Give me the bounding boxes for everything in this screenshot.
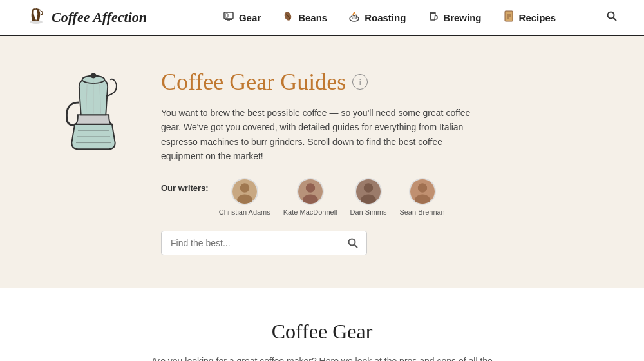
svg-point-11 [608, 12, 614, 18]
svg-point-0 [30, 20, 43, 24]
svg-point-14 [90, 73, 97, 79]
hero-description: You want to brew the best possible coffe… [161, 106, 483, 164]
section-description: Are you looking for a great coffee maker… [142, 354, 502, 361]
writers-row: Our writers: Christian Adams [161, 178, 592, 217]
nav-item-recipes[interactable]: Recipes [502, 10, 556, 26]
nav-item-gear[interactable]: Gear [222, 10, 261, 26]
writer-avatar-christian [231, 178, 258, 205]
main-nav: Coffee Affection Gear Beans [0, 0, 644, 36]
writer-sean-brennan: Sean Brennan [399, 178, 444, 217]
writer-name-kate: Kate MacDonnell [283, 208, 337, 217]
site-name: Coffee Affection [52, 9, 147, 26]
hero-content: Coffee Gear Guides i You want to brew th… [161, 68, 592, 255]
writer-name-sean: Sean Brennan [399, 208, 444, 217]
search-bar [161, 231, 367, 255]
writer-dan-simms: Dan Simms [350, 178, 387, 217]
search-icon[interactable] [605, 10, 618, 26]
recipes-nav-icon [502, 10, 515, 26]
writers-label: Our writers: [161, 183, 209, 193]
gear-nav-icon [222, 10, 235, 26]
svg-point-24 [417, 183, 426, 192]
svg-point-25 [415, 194, 430, 204]
svg-line-27 [355, 244, 358, 248]
writers-list: Christian Adams Kate MacDonnell [219, 178, 445, 217]
search-input[interactable] [162, 231, 339, 255]
nav-item-brewing[interactable]: Brewing [426, 10, 481, 26]
svg-point-19 [237, 194, 252, 204]
hero-section: Coffee Gear Guides i You want to brew th… [0, 36, 644, 288]
writer-avatar-dan [355, 178, 382, 205]
logo-icon [26, 5, 46, 30]
section-title: Coffee Gear [64, 320, 580, 344]
nav-item-beans[interactable]: Beans [281, 10, 327, 26]
svg-point-26 [349, 239, 355, 245]
lower-section: Coffee Gear Are you looking for a great … [0, 288, 644, 361]
info-icon[interactable]: i [352, 74, 368, 90]
writer-avatar-sean [409, 178, 436, 205]
svg-point-22 [364, 183, 373, 192]
site-logo[interactable]: Coffee Affection [26, 5, 147, 30]
svg-point-20 [305, 183, 314, 192]
search-button[interactable] [339, 232, 366, 254]
writer-name-christian: Christian Adams [219, 208, 270, 217]
writer-christian-adams: Christian Adams [219, 178, 270, 217]
writer-name-dan: Dan Simms [350, 208, 387, 217]
svg-point-23 [361, 194, 376, 204]
svg-point-18 [240, 183, 249, 192]
svg-line-12 [614, 17, 617, 21]
svg-rect-4 [225, 14, 228, 17]
beans-nav-icon [281, 10, 294, 26]
hero-title: Coffee Gear Guides i [161, 68, 592, 95]
writer-avatar-kate [297, 178, 324, 205]
moka-pot-illustration [58, 68, 129, 152]
brewing-nav-icon [426, 10, 439, 26]
roasting-nav-icon [348, 10, 361, 26]
nav-links: Gear Beans Roasting [185, 10, 592, 26]
nav-item-roasting[interactable]: Roasting [348, 10, 406, 26]
hero-image [52, 68, 135, 152]
writer-kate-macdonnell: Kate MacDonnell [283, 178, 337, 217]
svg-point-21 [303, 194, 318, 204]
